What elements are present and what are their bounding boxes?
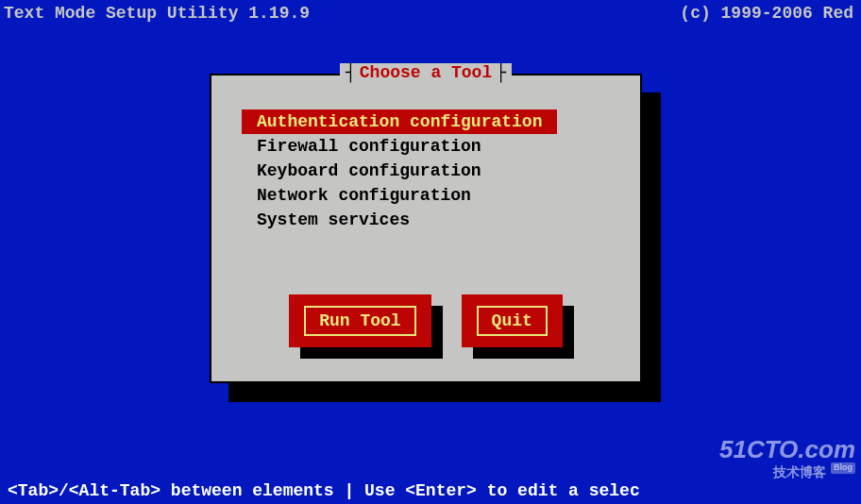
title-decor-right: ├ (496, 63, 506, 82)
title-decor-left: ┤ (346, 63, 356, 82)
watermark-sub: 技术博客 (773, 464, 826, 479)
menu-item-authentication[interactable]: Authentication configuration (242, 109, 557, 134)
watermark: 51CTO.com 技术博客 Blog (719, 436, 855, 481)
tool-menu-list: Authentication configuration Firewall co… (242, 109, 610, 232)
copyright-text: (c) 1999-2006 Red (680, 4, 853, 23)
choose-tool-dialog: ┤ Choose a Tool ├ Authentication configu… (210, 74, 642, 383)
menu-item-firewall[interactable]: Firewall configuration (242, 134, 497, 159)
run-tool-button[interactable]: Run Tool (289, 294, 430, 347)
menu-item-network[interactable]: Network configuration (242, 183, 486, 208)
watermark-main: 51CTO.com (719, 436, 855, 463)
watermark-badge: Blog (831, 462, 855, 474)
run-tool-button-wrap: Run Tool (289, 294, 430, 347)
menu-item-keyboard[interactable]: Keyboard configuration (242, 159, 497, 183)
dialog-buttons: Run Tool Quit (211, 294, 640, 347)
dialog-title-container: ┤ Choose a Tool ├ (340, 63, 512, 82)
menu-item-system-services[interactable]: System services (242, 208, 425, 232)
app-title: Text Mode Setup Utility 1.19.9 (4, 4, 310, 23)
dialog-title: Choose a Tool (356, 63, 496, 82)
quit-label: Quit (477, 306, 548, 336)
header-bar: Text Mode Setup Utility 1.19.9 (c) 1999-… (0, 0, 861, 23)
footer-hint: <Tab>/<Alt-Tab> between elements | Use <… (0, 481, 861, 500)
run-tool-label: Run Tool (304, 306, 415, 336)
quit-button-wrap: Quit (462, 294, 563, 347)
quit-button[interactable]: Quit (462, 294, 563, 347)
